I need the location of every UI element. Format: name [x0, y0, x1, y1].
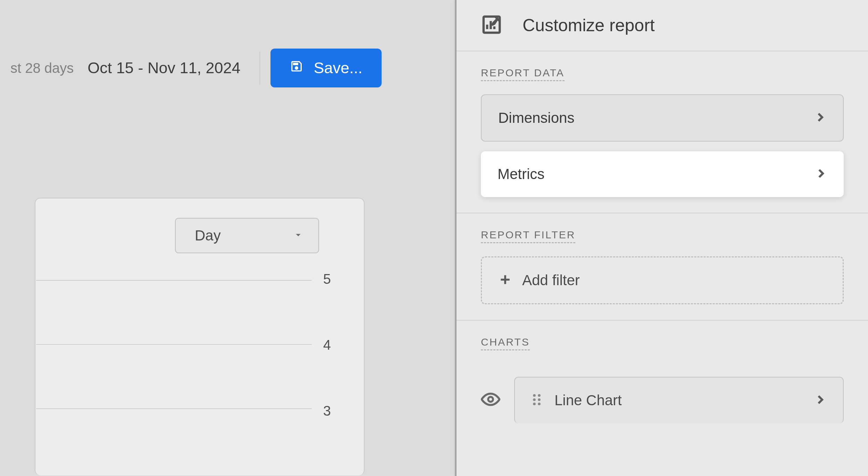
report-data-section: REPORT DATA Dimensions Metrics: [457, 51, 868, 213]
dropdown-arrow-icon: [293, 229, 304, 242]
chart-edit-icon: [481, 14, 502, 37]
svg-point-9: [533, 398, 536, 401]
axis-tick: 4: [323, 337, 331, 353]
main-report-area: st 28 days Oct 15 - Nov 11, 2024 Save...…: [0, 0, 455, 476]
save-button-label: Save...: [314, 59, 362, 77]
chart-type-label: Line Chart: [554, 392, 622, 409]
dimensions-option[interactable]: Dimensions: [481, 94, 844, 142]
chevron-right-icon: [814, 111, 826, 125]
chart-type-line-option[interactable]: Line Chart: [514, 377, 844, 423]
chevron-right-icon: [814, 393, 826, 407]
charts-section: CHARTS Line Chart: [457, 321, 868, 423]
section-heading-charts: CHARTS: [481, 336, 530, 350]
svg-point-11: [533, 402, 536, 405]
vertical-divider: [260, 52, 260, 85]
date-preset-label[interactable]: st 28 days: [10, 60, 74, 76]
gridline: [36, 280, 312, 281]
svg-point-7: [533, 394, 536, 397]
svg-point-12: [538, 402, 541, 405]
report-top-bar: st 28 days Oct 15 - Nov 11, 2024 Save...: [0, 0, 455, 87]
panel-title: Customize report: [523, 15, 655, 35]
section-heading-report-data: REPORT DATA: [481, 67, 565, 81]
gridline: [36, 344, 312, 345]
axis-tick: 3: [323, 403, 331, 419]
save-icon: [290, 59, 303, 77]
drag-handle-icon[interactable]: [532, 392, 542, 408]
granularity-label: Day: [195, 227, 221, 244]
svg-point-6: [488, 397, 493, 402]
granularity-dropdown[interactable]: Day: [175, 218, 319, 253]
chart-card: Day 5 4 3: [35, 198, 365, 475]
customize-report-panel: Customize report REPORT DATA Dimensions …: [455, 0, 868, 476]
chevron-right-icon: [815, 167, 827, 181]
add-filter-label: Add filter: [522, 272, 580, 289]
svg-point-8: [538, 394, 541, 397]
svg-point-10: [538, 398, 541, 401]
charts-row: Line Chart: [481, 377, 844, 423]
add-filter-button[interactable]: Add filter: [481, 256, 844, 304]
metrics-label: Metrics: [498, 166, 544, 182]
visibility-icon[interactable]: [481, 390, 500, 410]
report-filter-section: REPORT FILTER Add filter: [457, 213, 868, 321]
plus-icon: [499, 273, 512, 288]
section-heading-report-filter: REPORT FILTER: [481, 229, 575, 243]
date-range-label[interactable]: Oct 15 - Nov 11, 2024: [87, 59, 240, 77]
dimensions-label: Dimensions: [498, 110, 574, 126]
save-button[interactable]: Save...: [270, 49, 382, 87]
axis-tick: 5: [323, 271, 331, 287]
gridline: [36, 408, 312, 409]
panel-header: Customize report: [457, 0, 868, 51]
metrics-option[interactable]: Metrics: [481, 151, 844, 197]
